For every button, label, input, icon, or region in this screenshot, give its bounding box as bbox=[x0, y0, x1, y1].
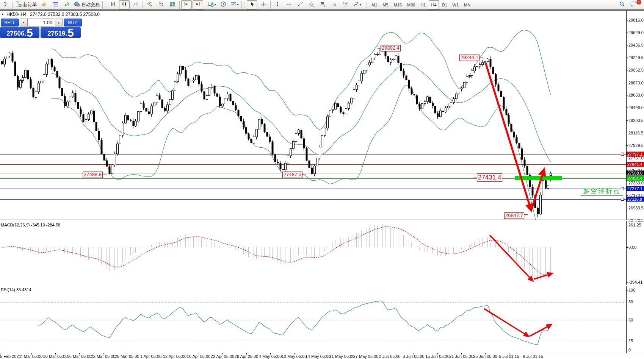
timeframe-h4-button[interactable]: H4 bbox=[429, 0, 439, 9]
price-axis-tick-label: 29816.0 bbox=[628, 18, 644, 22]
one-click-trading-panel: SELL ▼ 1.00 ▲ BUY 27506 . 5 27519 . 5 bbox=[0, 19, 82, 38]
toolbar-separator bbox=[205, 1, 205, 9]
cursor-button[interactable] bbox=[247, 0, 257, 9]
signal-button[interactable] bbox=[61, 0, 72, 9]
time-axis-label: 5 Feb 2021 bbox=[0, 354, 21, 359]
equidistant-channel-button[interactable]: E bbox=[306, 0, 317, 9]
eraser-button[interactable] bbox=[39, 0, 49, 9]
price-annotation-label[interactable]: 27488.8 bbox=[83, 172, 103, 178]
price-annotation-label[interactable]: 29392.4 bbox=[381, 45, 401, 52]
new-order-button[interactable]: 新订单 bbox=[14, 0, 38, 9]
time-axis-label: 8 Jun 05:00 bbox=[403, 354, 425, 359]
macd-indicator-label: MACD(12,26,9) -345.10 -284.58 bbox=[1, 223, 60, 227]
level-price-badge: 27641.4 bbox=[627, 162, 644, 167]
time-axis-label: 15 Jun 05:00 bbox=[425, 354, 450, 359]
time-axis-label: 16 Apr 05:00 bbox=[187, 354, 210, 359]
timeframe-m30-button[interactable]: M30 bbox=[405, 0, 417, 9]
vertical-line-icon bbox=[274, 1, 280, 8]
line-chart-button[interactable] bbox=[130, 0, 141, 9]
zoom-in-icon bbox=[147, 1, 153, 8]
level-price-badge: 27116.8 bbox=[627, 197, 644, 201]
candle-chart-button[interactable] bbox=[119, 0, 130, 9]
time-axis-label: 1 Apr 05:00 bbox=[140, 354, 161, 359]
toolbar-grip bbox=[244, 2, 245, 8]
time-axis-label: 27 May 05:00 bbox=[353, 354, 379, 359]
price-annotation-label[interactable]: 26847.7 bbox=[504, 212, 524, 219]
chevron-down-icon[interactable]: ▾ bbox=[214, 3, 216, 6]
clipped-chart-button[interactable] bbox=[0, 0, 11, 9]
notification-badge: 1 bbox=[636, 0, 641, 5]
volume-increase-button[interactable]: ▲ bbox=[55, 19, 62, 27]
level-price-badge: 27797.1 bbox=[627, 151, 644, 156]
panel-divider-macd[interactable] bbox=[0, 220, 644, 221]
new-order-icon bbox=[16, 1, 22, 8]
timeframe-m1-button[interactable]: M1 bbox=[369, 0, 379, 9]
auto-scroll-button[interactable] bbox=[181, 0, 192, 9]
new-chart-button[interactable]: ▾ bbox=[207, 0, 217, 9]
timeframe-m5-button[interactable]: M5 bbox=[380, 0, 390, 9]
clock-button[interactable] bbox=[218, 0, 229, 9]
arrows-icon bbox=[353, 1, 359, 8]
chart-ohlc-values: 27472.0 27532.0 27383.5 27508.0 bbox=[30, 12, 100, 17]
cursor-icon bbox=[249, 1, 255, 8]
macd-axis-tick-label: -394.41 bbox=[628, 280, 642, 284]
timeframe-w1-button[interactable]: W1 bbox=[450, 0, 461, 9]
price-axis-tick-label: 28496.0 bbox=[628, 105, 644, 110]
sell-price[interactable]: 27506 . 5 bbox=[0, 27, 39, 38]
bull-bear-turning-point-note[interactable]: 多空转折点 bbox=[581, 186, 623, 196]
chevron-down-icon[interactable]: ▾ bbox=[237, 3, 238, 6]
text-button[interactable]: A bbox=[329, 0, 340, 9]
clock-icon bbox=[220, 1, 226, 8]
timeframe-h1-button[interactable]: H1 bbox=[418, 0, 428, 9]
time-axis-label: 4 May 05:00 bbox=[259, 354, 282, 359]
timeframe-mn-button[interactable]: MN bbox=[462, 0, 473, 9]
price-annotation-label[interactable]: 27487.0 bbox=[282, 172, 302, 178]
price-axis-tick-label: 28870.0 bbox=[628, 81, 644, 85]
crosshair-button[interactable] bbox=[258, 0, 269, 9]
text-label-icon: T bbox=[343, 1, 349, 8]
sell-price-dot: . bbox=[24, 30, 26, 37]
chart-profile-button[interactable]: ▾ bbox=[229, 0, 240, 9]
toolbar: 新订单自动交易▾▾EFAT▾M1M5M15M30H1H4D1W1MN1 bbox=[0, 0, 644, 11]
buy-button[interactable]: BUY bbox=[64, 19, 82, 27]
price-axis-tick-label: 27363.0 bbox=[628, 181, 644, 185]
chart-shift-icon bbox=[195, 1, 201, 8]
chevron-down-icon[interactable]: ▾ bbox=[359, 3, 361, 6]
macd-axis-tick-label: 0.00 bbox=[628, 245, 636, 250]
zoom-in-button[interactable] bbox=[144, 0, 155, 9]
time-axis-label: 10 Mar 05:00 bbox=[43, 354, 68, 359]
search-button[interactable] bbox=[617, 0, 627, 9]
text-label-button[interactable]: T bbox=[340, 0, 351, 9]
autotrading-button[interactable]: 自动交易 bbox=[73, 0, 101, 9]
time-axis-label: 14 May 05:00 bbox=[306, 354, 331, 359]
zoom-out-button[interactable] bbox=[156, 0, 166, 9]
notifications-button[interactable]: 1 bbox=[628, 0, 639, 9]
chat-icon bbox=[630, 1, 637, 9]
eraser-icon bbox=[41, 1, 47, 8]
price-annotation-label[interactable]: 27431.4 bbox=[477, 173, 502, 182]
panel-divider-rsi[interactable] bbox=[0, 285, 644, 286]
chart-canvas[interactable] bbox=[0, 0, 644, 359]
toolbar-separator bbox=[270, 1, 271, 9]
buy-price[interactable]: 27519 . 5 bbox=[41, 27, 81, 38]
time-axis-label: 16 Mar 05:00 bbox=[67, 354, 92, 359]
arrows-button[interactable]: ▾ bbox=[352, 0, 362, 9]
macd-axis-tick-label: 261.25 bbox=[628, 223, 641, 227]
vertical-line-button[interactable] bbox=[272, 0, 283, 9]
chart-shift-button[interactable] bbox=[193, 0, 203, 9]
bar-chart-button[interactable] bbox=[108, 0, 118, 9]
rsi-indicator-label: RSI(14) 36.4314 bbox=[1, 287, 31, 292]
horizontal-line-button[interactable] bbox=[284, 0, 294, 9]
timeframe-m15-button[interactable]: M15 bbox=[392, 0, 404, 9]
chart-window-button[interactable] bbox=[50, 0, 61, 9]
sell-button[interactable]: SELL bbox=[1, 19, 19, 27]
fibonacci-button[interactable]: F bbox=[318, 0, 328, 9]
rsi-axis-tick-label: 50 bbox=[628, 318, 633, 322]
timeframe-d1-button[interactable]: D1 bbox=[440, 0, 450, 9]
trendline-button[interactable] bbox=[295, 0, 306, 9]
price-axis-tick-label: 29629.0 bbox=[628, 30, 644, 35]
price-annotation-label[interactable]: 29244.1 bbox=[459, 55, 479, 61]
volume-decrease-button[interactable]: ▼ bbox=[20, 19, 27, 27]
volume-input[interactable]: 1.00 bbox=[27, 19, 55, 27]
tile-windows-button[interactable] bbox=[167, 0, 178, 9]
